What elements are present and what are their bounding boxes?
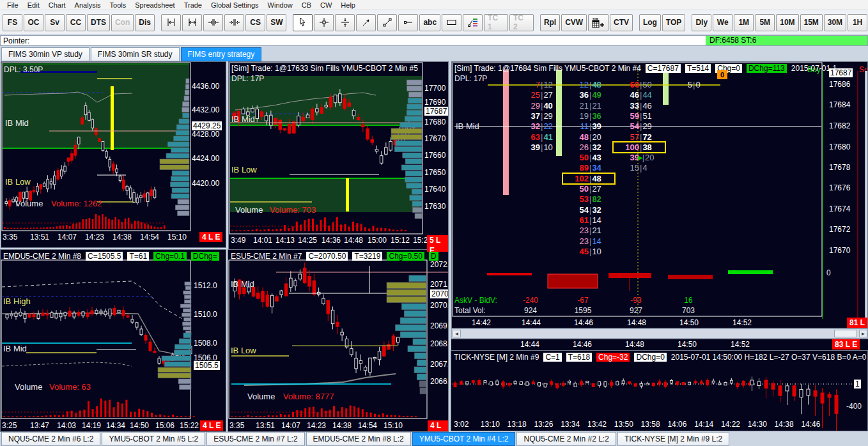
ladder-cell[interactable]: 37|29 xyxy=(515,111,566,121)
trade-window-icon[interactable]: TVW xyxy=(588,14,608,31)
toolbar-button-rpl[interactable]: Rpl xyxy=(540,14,560,31)
menu-spreadsheet[interactable]: Spreadsheet xyxy=(130,1,179,9)
ladder-cell[interactable]: 23|21 xyxy=(563,226,614,235)
ladder-cell[interactable]: 32|22 xyxy=(515,121,566,131)
toolbar-button-cvw[interactable]: CVW xyxy=(561,14,587,31)
toolbar-button-we[interactable]: We xyxy=(713,14,732,31)
toolbar-button-log[interactable]: Log xyxy=(639,14,661,31)
toolbar-button-fs[interactable]: FS xyxy=(3,14,22,31)
toolbar-button-30m[interactable]: 30M xyxy=(824,14,846,31)
chartbook-tab-fims-30min-vp-study[interactable]: FIMS 30min VP study xyxy=(1,47,89,61)
ladder-cell[interactable]: 33|46 xyxy=(614,101,665,111)
ladder-cell[interactable]: 23|14 xyxy=(563,236,614,246)
chart-tab-ymu5-cbot-2-min-5-l-2[interactable]: YMU5-CBOT 2 Min #5 L:2 xyxy=(102,432,205,446)
chart-tab-nqu5-cme-2-min-2-l-2[interactable]: NQU5-CME 2 Min #2 L:2 xyxy=(516,432,616,446)
toolbar-button-tc1[interactable]: TC 1 xyxy=(484,14,508,31)
toolbar-button-oc[interactable]: OC xyxy=(24,14,43,31)
toolbar-button-ctv[interactable]: CTV xyxy=(610,14,633,31)
menu-global-settings[interactable]: Global Settings xyxy=(206,1,263,9)
scroll-right-arrow[interactable]: ► xyxy=(859,330,867,337)
ladder-cell[interactable]: 39▶|20 xyxy=(614,153,665,162)
chart-panel-vp-study[interactable]: DPL: 3.50PIB MidIB LowVolumeVolume: 1262… xyxy=(1,61,226,248)
fan-lines-icon[interactable] xyxy=(463,14,483,31)
menu-window[interactable]: Window xyxy=(263,1,297,9)
menu-chart[interactable]: Chart xyxy=(44,1,70,9)
vertical-compress-icon[interactable] xyxy=(335,14,355,31)
menu-analysis[interactable]: Analysis xyxy=(70,1,105,9)
scroll-left-arrow[interactable]: ◄ xyxy=(453,330,461,337)
ladder-cell[interactable]: 53|82 xyxy=(563,194,614,204)
ladder-cell[interactable]: 50|43 xyxy=(563,153,614,162)
ladder-cell[interactable]: 48|20 xyxy=(563,132,614,142)
ladder-cell[interactable]: 12|48 xyxy=(563,80,614,89)
es-chart-canvas[interactable] xyxy=(228,250,449,432)
arrow-line-icon[interactable] xyxy=(356,14,376,31)
ladder-cell[interactable]: 39|10 xyxy=(515,142,566,152)
horizontal-line-icon[interactable] xyxy=(398,14,418,31)
ladder-cell[interactable]: 7|12 xyxy=(515,80,566,89)
toolbar-button-5m[interactable]: 5M xyxy=(755,14,775,31)
ladder-cell[interactable]: 60|50 xyxy=(614,80,665,89)
chart-panel-tick-nyse[interactable]: TICK-NYSE [M] 2 Min #9C=1T=618Chg=-32DCh… xyxy=(451,350,868,431)
toolbar-button-10m[interactable]: 10M xyxy=(776,14,798,31)
ladder-cell[interactable]: 100|38 xyxy=(614,142,665,152)
toolbar-button-tc2[interactable]: TC 2 xyxy=(509,14,534,31)
chart-tab-nqu5-cme-2-min-6-l-2[interactable]: NQU5-CME 2 Min #6 L:2 xyxy=(1,432,100,446)
toolbar-button-sw[interactable]: SW xyxy=(267,14,286,31)
ladder-cell[interactable]: 102|48 xyxy=(563,174,614,183)
ladder-cell[interactable]: 54|29 xyxy=(614,121,665,131)
chart-tab-tick-nyse-m-2-min-9-l-2[interactable]: TICK-NYSE [M] 2 Min #9 L:2 xyxy=(617,432,729,446)
toolbar-button-abc[interactable]: abc xyxy=(419,14,440,31)
toolbar-button-dis[interactable]: Dis xyxy=(135,14,155,31)
ladder-cell[interactable]: 89|34 xyxy=(563,163,614,173)
chart-panel-esu5[interactable]: ESU5-CME 2 Min #7C=2070.50T=3219Chg=0.50… xyxy=(228,249,449,432)
ladder-cell[interactable]: 57|72 xyxy=(614,132,665,142)
range-expand-both-icon[interactable] xyxy=(182,14,202,31)
background-chart-strip[interactable]: 14:4414:4614:4814:5014:5283 L E xyxy=(451,339,868,350)
menu-tools[interactable]: Tools xyxy=(105,1,131,9)
ladder-cell[interactable]: 54|32 xyxy=(563,205,614,215)
toolbar-button-1h[interactable]: 1H xyxy=(848,14,867,31)
range-compress-in-icon[interactable] xyxy=(203,14,223,31)
rectangle-icon[interactable] xyxy=(442,14,461,31)
ladder-cell[interactable]: 19|36 xyxy=(563,111,614,121)
menu-file[interactable]: File xyxy=(3,1,23,9)
pointer-icon[interactable] xyxy=(293,14,313,31)
chart-panel-ymu5-small[interactable]: [Sim] Trade: 1@17633 Sim Fills YMU5-CBOT… xyxy=(228,61,449,252)
ladder-cell[interactable]: 50|27 xyxy=(563,184,614,194)
toolbar-button-15m[interactable]: 15M xyxy=(800,14,823,31)
crosshair-icon[interactable] xyxy=(314,14,334,31)
chart-tab-esu5-cme-2-min-7-l-2[interactable]: ESU5-CME 2 Min #7 L:2 xyxy=(206,432,304,446)
emd-chart-canvas[interactable] xyxy=(1,250,226,432)
ym5-chart-canvas[interactable] xyxy=(229,62,449,252)
dom-horizontal-scrollbar[interactable]: ◄► xyxy=(451,328,868,339)
scrollbar-thumb[interactable] xyxy=(834,330,857,337)
chart-tab-ymu5-cbot-2-min-4-l-2[interactable]: YMU5-CBOT 2 Min #4 L:2 xyxy=(412,432,516,446)
ladder-cell[interactable]: 5|0 xyxy=(667,80,718,89)
ladder-cell[interactable]: 11|39 xyxy=(563,121,614,131)
chartbook-tab-fims-30min-sr-study[interactable]: FIMS 30min SR study xyxy=(91,47,180,61)
ladder-cell[interactable]: 26|32 xyxy=(563,142,614,152)
ladder-cell[interactable]: 45|10 xyxy=(563,247,614,256)
toolbar-button-sv[interactable]: Sv xyxy=(45,14,65,31)
range-compress-out-icon[interactable] xyxy=(224,14,244,31)
chartbook-tab-fims-entry-strategy[interactable]: FIMS entry strategy xyxy=(181,47,262,61)
toolbar-button-cc[interactable]: CC xyxy=(66,14,86,31)
ladder-cell[interactable]: 61|14 xyxy=(563,215,614,225)
ladder-cell[interactable]: 15|4 xyxy=(614,163,665,173)
chart-panel-dom-ladder[interactable]: [Sim] Trade: 1@17684 Sim Fills YMU5-CBOT… xyxy=(451,61,868,328)
menu-edit[interactable]: Edit xyxy=(23,1,44,9)
chart-tab-emdu5-cme-2-min-8-l-2[interactable]: EMDU5-CME 2 Min #8 L:2 xyxy=(306,432,411,446)
ladder-cell[interactable]: 59|51 xyxy=(614,111,665,121)
range-expand-left-icon[interactable] xyxy=(161,14,181,31)
toolbar-button-1m[interactable]: 1M xyxy=(734,14,754,31)
menu-trade[interactable]: Trade xyxy=(180,1,206,9)
dom-vertical-scrollbar[interactable] xyxy=(865,71,868,319)
trendline-icon[interactable] xyxy=(377,14,397,31)
toolbar-button-con[interactable]: Con xyxy=(111,14,134,31)
toolbar-button-dts[interactable]: DTS xyxy=(87,14,110,31)
menu-help[interactable]: Help xyxy=(336,1,360,9)
ladder-cell[interactable]: 46|44 xyxy=(614,90,665,100)
toolbar-button-cs[interactable]: CS xyxy=(245,14,265,31)
toolbar-button-dly[interactable]: Dly xyxy=(692,14,711,31)
